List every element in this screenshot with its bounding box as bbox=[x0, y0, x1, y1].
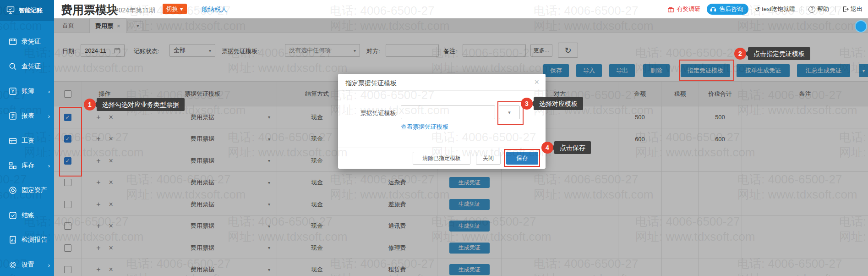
switch-account-icon: ↺ bbox=[755, 6, 760, 13]
page-title: 费用票模块 bbox=[61, 2, 118, 17]
taxpayer-type-link[interactable]: 一般纳税人 bbox=[195, 6, 227, 14]
logout-link[interactable]: 退出 bbox=[842, 5, 863, 13]
view-templates-link[interactable]: 查看票据凭证模板 bbox=[401, 123, 448, 131]
sidebar-item-fixed-assets[interactable]: 固定资产 bbox=[0, 178, 54, 203]
logout-icon bbox=[842, 6, 849, 12]
help-icon: ? bbox=[808, 6, 815, 13]
sidebar-item-voucher-entry[interactable]: 录凭证 bbox=[0, 29, 54, 54]
modal-save-button[interactable]: 保存 bbox=[506, 152, 538, 165]
sidebar-item-closing[interactable]: 结账 bbox=[0, 203, 54, 228]
gift-icon bbox=[667, 6, 674, 13]
divider bbox=[338, 148, 546, 148]
payroll-icon bbox=[8, 136, 17, 145]
sidebar-item-label: 账簿 bbox=[22, 87, 34, 95]
chevron-right-icon: › bbox=[48, 88, 50, 95]
sidebar-item-settings[interactable]: 设置› bbox=[0, 253, 54, 276]
sidebar-item-label: 结账 bbox=[22, 211, 34, 220]
divider bbox=[835, 6, 836, 12]
step-tooltip: 选择对应模板 bbox=[534, 97, 583, 110]
sidebar-item-label: 库存 bbox=[22, 161, 34, 170]
help-link[interactable]: ? 帮助 bbox=[808, 5, 829, 13]
modal-template-input[interactable] bbox=[401, 105, 495, 119]
sidebar-item-label: 检测报告 bbox=[22, 236, 47, 244]
sidebar-item-voucher-search[interactable]: 查凭证 bbox=[0, 54, 54, 79]
svg-text:¥: ¥ bbox=[11, 88, 15, 94]
chevron-right-icon: › bbox=[48, 262, 50, 269]
step-badge: 4 bbox=[541, 142, 553, 154]
sidebar-item-label: 录凭证 bbox=[22, 38, 41, 46]
divider bbox=[802, 6, 802, 12]
modal-close-icon[interactable]: × bbox=[534, 77, 539, 87]
survey-link[interactable]: 有奖调研 bbox=[667, 5, 700, 13]
assign-template-modal: 指定票据凭证模板 × 票据凭证模板: ▾ 查看票据凭证模板 清除已指定模板 关闭… bbox=[338, 74, 546, 169]
support-button[interactable]: 售后咨询 bbox=[707, 4, 748, 15]
sidebar-brand[interactable]: 智能记账 bbox=[0, 0, 54, 21]
voucher-entry-icon bbox=[8, 37, 17, 46]
settings-icon bbox=[8, 260, 17, 270]
headset-icon bbox=[710, 6, 717, 13]
inventory-icon bbox=[8, 161, 17, 170]
step-tooltip: 点击保存 bbox=[554, 141, 591, 154]
modal-close-button[interactable]: 关闭 bbox=[476, 152, 501, 165]
chevron-right-icon: › bbox=[48, 113, 50, 120]
floating-assistant-icon[interactable] bbox=[855, 20, 867, 33]
switch-period-button[interactable]: 切换▾ bbox=[163, 4, 187, 14]
modal-template-dropdown-button[interactable]: ▾ bbox=[499, 105, 520, 119]
sidebar-item-ledger[interactable]: ¥账簿› bbox=[0, 79, 54, 104]
sidebar-item-label: 查凭证 bbox=[22, 62, 41, 71]
modal-title: 指定票据凭证模板 bbox=[345, 79, 397, 88]
step-badge: 1 bbox=[84, 99, 96, 110]
divider bbox=[338, 90, 546, 91]
sidebar-item-label: 工资 bbox=[22, 137, 34, 145]
period-label: 2024年第11期 bbox=[115, 6, 155, 15]
ledger-icon: ¥ bbox=[8, 87, 17, 96]
modal-template-label: 票据凭证模板: bbox=[345, 109, 398, 117]
step-badge: 2 bbox=[734, 48, 746, 60]
step-tooltip: 选择勾选对应业务类型票据 bbox=[97, 98, 185, 111]
voucher-search-icon bbox=[8, 62, 17, 71]
chevron-down-icon: ▾ bbox=[180, 6, 183, 12]
sidebar: 智能记账 录凭证查凭证¥账簿›报表›工资库存›固定资产结账检测报告设置› bbox=[0, 0, 54, 276]
sidebar-item-label: 固定资产 bbox=[22, 186, 47, 194]
topbar-right: 有奖调研 售后咨询 ↺ test吃饱就睡 ? 帮助 退出 bbox=[667, 4, 863, 15]
step-badge: 3 bbox=[521, 98, 533, 110]
user-menu[interactable]: ↺ test吃饱就睡 bbox=[755, 5, 795, 13]
topbar: 费用票模块 2024年第11期 切换▾ 一般纳税人 有奖调研 售后咨询 ↺ te… bbox=[54, 0, 868, 18]
sidebar-item-reports[interactable]: 报表› bbox=[0, 104, 54, 128]
sidebar-item-label: 设置 bbox=[22, 261, 34, 269]
chevron-down-icon: ▾ bbox=[508, 110, 511, 115]
sidebar-item-payroll[interactable]: 工资 bbox=[0, 128, 54, 153]
closing-icon bbox=[8, 211, 17, 220]
brand-label: 智能记账 bbox=[19, 6, 43, 15]
sidebar-item-inventory[interactable]: 库存› bbox=[0, 153, 54, 178]
clear-template-button[interactable]: 清除已指定模板 bbox=[413, 152, 470, 165]
fixed-assets-icon bbox=[8, 186, 17, 195]
reports-icon bbox=[8, 111, 17, 121]
step-tooltip: 点击指定凭证模板 bbox=[748, 47, 810, 60]
sidebar-item-inspection-report[interactable]: 检测报告 bbox=[0, 227, 54, 252]
app-root: 智能记账 录凭证查凭证¥账簿›报表›工资库存›固定资产结账检测报告设置› 费用票… bbox=[0, 0, 868, 276]
monitor-icon bbox=[6, 6, 15, 16]
chevron-right-icon: › bbox=[48, 162, 50, 169]
inspection-report-icon bbox=[8, 235, 17, 244]
sidebar-item-label: 报表 bbox=[22, 112, 34, 120]
